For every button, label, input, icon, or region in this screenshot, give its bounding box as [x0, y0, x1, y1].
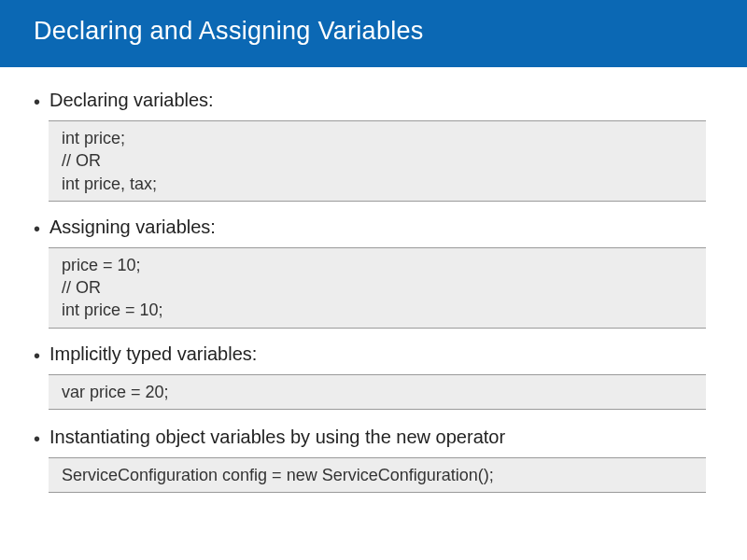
code-line: ServiceConfiguration config = new Servic…: [62, 464, 693, 486]
bullet-dot-icon: •: [34, 429, 40, 448]
code-block: price = 10; // OR int price = 10;: [49, 247, 706, 329]
bullet-text: Declaring variables:: [49, 90, 214, 111]
code-line: int price;: [62, 127, 693, 149]
slide-header: Declaring and Assigning Variables: [0, 0, 747, 67]
slide-content: • Declaring variables: int price; // OR …: [0, 67, 747, 517]
code-line: // OR: [62, 149, 693, 172]
bullet-text: Assigning variables:: [49, 217, 216, 238]
code-block: int price; // OR int price, tax;: [49, 120, 706, 202]
bullet-text: Implicitly typed variables:: [49, 343, 257, 365]
code-block: ServiceConfiguration config = new Servic…: [49, 457, 706, 493]
bullet-dot-icon: •: [34, 92, 40, 111]
slide-title: Declaring and Assigning Variables: [34, 17, 713, 46]
bullet-item: • Declaring variables:: [34, 90, 713, 111]
code-line: int price, tax;: [62, 173, 693, 195]
bullet-dot-icon: •: [34, 346, 40, 365]
code-line: price = 10;: [62, 254, 693, 276]
bullet-item: • Instantiating object variables by usin…: [34, 427, 713, 448]
bullet-item: • Assigning variables:: [34, 217, 713, 238]
code-line: // OR: [62, 276, 693, 299]
bullet-text: Instantiating object variables by using …: [49, 427, 505, 448]
code-line: var price = 20;: [62, 381, 693, 403]
bullet-item: • Implicitly typed variables:: [34, 343, 713, 365]
bullet-dot-icon: •: [34, 219, 40, 238]
code-block: var price = 20;: [49, 374, 706, 410]
code-line: int price = 10;: [62, 299, 693, 321]
